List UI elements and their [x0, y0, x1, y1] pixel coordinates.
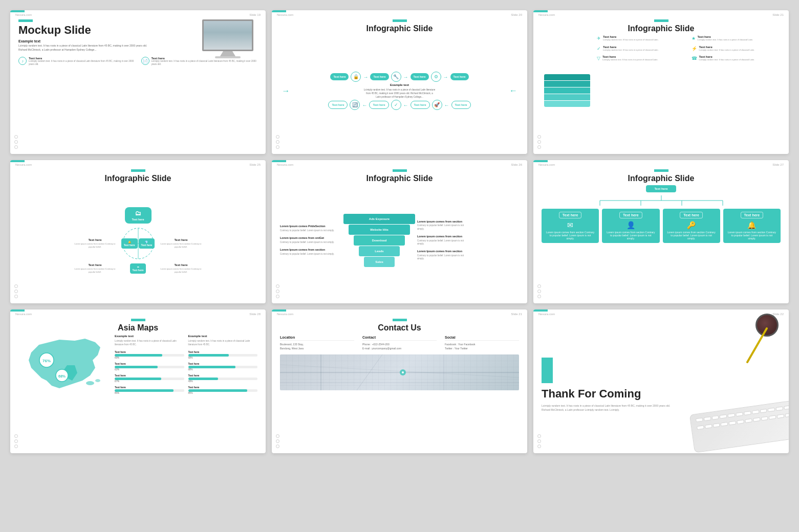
bar-l3-label: Text here — [115, 374, 184, 377]
slide6-accent — [533, 160, 548, 162]
org-card-1-body: Lorem ipsum comes from section Contrary … — [546, 231, 595, 240]
s8-wa — [276, 445, 279, 448]
org-card-4-body: Lorem ipsum comes from section Contrary … — [727, 231, 776, 240]
flow-box-1: Text here — [330, 73, 349, 80]
s7-fb — [14, 434, 18, 438]
map-svg-area: 76% 68% — [18, 335, 111, 445]
contact-location-title: Location — [280, 336, 354, 341]
funnel-bar-4: Leads — [359, 246, 400, 256]
svg-text:68%: 68% — [58, 374, 66, 378]
slide6-label: Nexura.com — [538, 163, 555, 166]
slide-7: Nexura.com Slide 28 Asia Maps 76% — [10, 309, 266, 453]
slide3-item1-text: Text here Lcimiply random text. It has r… — [603, 35, 659, 41]
fr-body-2: Contrary to popular belief. Lorem ipsum … — [417, 239, 468, 246]
slide2-num: Slide 20 — [511, 13, 522, 16]
bar-r2-pct: 68% — [188, 368, 258, 371]
key — [744, 411, 751, 415]
slide1-icon2-body: Lcimiply random text. It has roots in a … — [152, 60, 258, 66]
bar-l2-label: Text here — [115, 362, 184, 365]
slide1-icon1-body: Lcimiply random text. It has roots in a … — [29, 60, 135, 66]
monitor-graphic — [197, 19, 258, 58]
fb-icon — [14, 135, 18, 139]
s5-wa — [276, 295, 279, 298]
location-line2: Bandung, West Java — [280, 346, 354, 350]
slide3-item-6: ☎ Text here Lcimiply random text. It has… — [692, 55, 781, 61]
bar-l3-pct: 67% — [115, 380, 184, 383]
slide-6: Nexura.com Slide 27 Infographic Slide Te… — [533, 160, 789, 304]
slide8-label: Nexura.com — [277, 313, 293, 316]
slide-1: Nexura.com Slide 19 Mockup Slide Example… — [10, 10, 266, 154]
slide4-social — [14, 284, 18, 298]
slide5-social — [276, 284, 279, 298]
slide3-item1-body: Lcimiply random text. It has roots in a … — [603, 38, 659, 41]
pencil-decoration — [746, 327, 768, 364]
org-card-2: Text here 👤 Lorem ipsum comes from secti… — [602, 209, 659, 243]
slide3-item-5: ▽ Text here Lcimiply random text. It has… — [597, 55, 686, 61]
flow-icon-2: 🔧 — [391, 72, 401, 82]
key — [760, 409, 767, 413]
flow-top-row: Text here 🔒 → Text here 🔧 → Text here ⚙ … — [330, 72, 468, 82]
bar-l-1: Text here 69% — [115, 350, 184, 359]
slide3-accent — [533, 10, 548, 12]
map-col2-title: Example text — [188, 335, 258, 338]
flow-box-b3: Text here — [411, 101, 430, 109]
map-col-left: Example text Lcimiply random text. It ha… — [115, 335, 184, 445]
funnel-layout: Lorem Ipsum comes PrideSection Contrary … — [280, 185, 519, 296]
circle-left: Text here Lorem ipsum comes from section… — [75, 238, 116, 248]
c-body-left: Lorem ipsum comes from section Contrary … — [75, 242, 116, 248]
fl-item-2: Lorem ipsum comes from oniGet Contrary t… — [280, 236, 341, 244]
fl-title-2: Lorem ipsum comes from oniGet — [280, 236, 341, 240]
slide9-social — [537, 434, 541, 448]
slide-8: Nexura.com Slide 21 Contact Us Location … — [272, 309, 527, 453]
s8-fb — [276, 434, 279, 438]
bar-r3-pct: 43% — [188, 380, 258, 383]
flow-arrow-2: → — [403, 74, 408, 80]
slide5-label: Nexura.com — [277, 163, 293, 166]
slide1-body: Lcimiply random text. It has roots in a … — [18, 44, 150, 52]
slide2-social — [276, 135, 279, 149]
contact-col-location: Location Boulevard, 133 Stay, Bandung, W… — [280, 336, 354, 350]
bar-r4-label: Text here — [188, 386, 258, 389]
fr-item-2: Lorem ipsum comes from section Contrary … — [417, 235, 468, 246]
org-card-3: Text here 🔑 Lorem ipsum comes from secti… — [663, 209, 720, 243]
layer-1 — [544, 74, 590, 80]
monitor-screen — [202, 19, 253, 51]
bar-l1-pct: 69% — [115, 357, 184, 359]
slide3-item2-body: Lcimiply random text. It has roots in a … — [698, 38, 753, 41]
bar-l-4: Text here 85% — [115, 386, 184, 394]
svg-text:76%: 76% — [42, 359, 51, 363]
flow-arrow-1: → — [363, 74, 368, 80]
slide3-item4-body: Lcimiply random text. It has roots in a … — [699, 49, 755, 52]
slide1-icon1: ♪ Text here Lcimiply random text. It has… — [18, 57, 135, 66]
slide2-flow: Text here 🔒 → Text here 🔧 → Text here ⚙ … — [280, 36, 519, 146]
bar-l4-label: Text here — [115, 386, 184, 389]
bar-l1-label: Text here — [115, 350, 184, 353]
key2 — [737, 419, 744, 424]
s2-fb — [276, 135, 279, 139]
slide7-teal-bar — [131, 319, 145, 321]
slide8-accent — [272, 309, 286, 312]
slide3-num: Slide 21 — [772, 13, 784, 16]
slide5-num: Slide 26 — [511, 163, 522, 166]
mail-icon: ✉ — [567, 221, 573, 229]
slide7-num: Slide 28 — [249, 313, 261, 316]
slide2-label: Nexura.com — [277, 13, 293, 16]
org-card-1: Text here ✉ Lorem ipsum comes from secti… — [542, 209, 599, 243]
key — [704, 416, 711, 421]
slide2-title: Infographic Slide — [280, 24, 519, 33]
funnel-center: Ads Exposure Website Hits Download Leads… — [343, 214, 415, 267]
contact-col-social: Social Facebook : Your Facebook Twitter … — [445, 336, 519, 350]
slide9-label: Nexura.com — [538, 313, 555, 316]
key — [711, 415, 719, 420]
social-fb: Facebook : Your Facebook — [445, 342, 519, 346]
slide3-item5-body: Lcimiply random text. It has roots in a … — [602, 58, 658, 61]
org-card-1-title: Text here — [559, 212, 582, 218]
key2 — [785, 413, 789, 417]
slide6-teal-bar — [654, 169, 668, 172]
slide1-title: Mockup Slide — [18, 24, 150, 36]
bar-r-2: Text here 68% — [188, 362, 258, 371]
star-icon: ★ — [692, 36, 696, 41]
fr-body-3: Contrary to popular belief. Lorem ipsum … — [417, 254, 468, 261]
circle-center: 🔔 Text here 💎 Text here — [118, 226, 159, 261]
c-body-bl: Lorem ipsum comes from section Contrary … — [75, 268, 116, 273]
